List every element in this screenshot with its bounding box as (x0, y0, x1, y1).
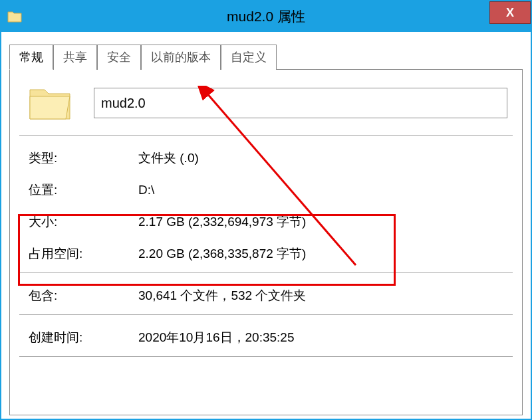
row-size: 大小: 2.17 GB (2,332,694,973 字节) (19, 206, 513, 238)
divider (19, 272, 513, 273)
content-area: 常规 共享 安全 以前的版本 自定义 类型: 文件夹 (.0 (1, 32, 531, 419)
folder-name-input[interactable] (94, 88, 507, 118)
folder-icon (7, 9, 23, 25)
divider (19, 135, 513, 136)
type-label: 类型: (29, 150, 138, 167)
window-title: mud2.0 属性 (227, 7, 305, 26)
header-row (19, 83, 513, 123)
created-label: 创建时间: (29, 329, 138, 346)
folder-icon-large (27, 83, 74, 123)
location-label: 位置: (29, 181, 138, 199)
properties-section: 类型: 文件夹 (.0) 位置: D:\ 大小: 2.17 GB (2,332,… (19, 142, 513, 357)
size-on-disk-value: 2.20 GB (2,368,335,872 字节) (138, 245, 306, 262)
size-label: 大小: (29, 213, 138, 231)
contains-label: 包含: (29, 287, 138, 304)
tab-custom[interactable]: 自定义 (221, 45, 277, 70)
tab-sharing[interactable]: 共享 (53, 45, 97, 70)
location-value: D:\ (138, 183, 154, 197)
contains-value: 30,641 个文件，532 个文件夹 (138, 287, 306, 304)
close-button[interactable]: X (489, 1, 531, 24)
titlebar[interactable]: mud2.0 属性 X (1, 1, 531, 32)
type-value: 文件夹 (.0) (138, 150, 199, 167)
row-location: 位置: D:\ (19, 174, 513, 206)
tab-security[interactable]: 安全 (97, 45, 141, 70)
close-icon: X (506, 6, 514, 20)
size-on-disk-label: 占用空间: (29, 245, 138, 262)
row-contains: 包含: 30,641 个文件，532 个文件夹 (19, 280, 513, 312)
general-panel: 类型: 文件夹 (.0) 位置: D:\ 大小: 2.17 GB (2,332,… (9, 70, 523, 415)
tab-previous-versions[interactable]: 以前的版本 (141, 45, 221, 70)
row-created: 创建时间: 2020年10月16日，20:35:25 (19, 322, 513, 354)
row-type: 类型: 文件夹 (.0) (19, 142, 513, 174)
tab-strip: 常规 共享 安全 以前的版本 自定义 (9, 44, 523, 70)
tab-general[interactable]: 常规 (9, 45, 53, 70)
created-value: 2020年10月16日，20:35:25 (138, 329, 295, 346)
divider (19, 314, 513, 315)
size-value: 2.17 GB (2,332,694,973 字节) (138, 213, 306, 231)
properties-dialog: mud2.0 属性 X 常规 共享 安全 以前的版本 自定义 (0, 0, 532, 420)
divider (19, 356, 513, 357)
row-size-on-disk: 占用空间: 2.20 GB (2,368,335,872 字节) (19, 238, 513, 270)
